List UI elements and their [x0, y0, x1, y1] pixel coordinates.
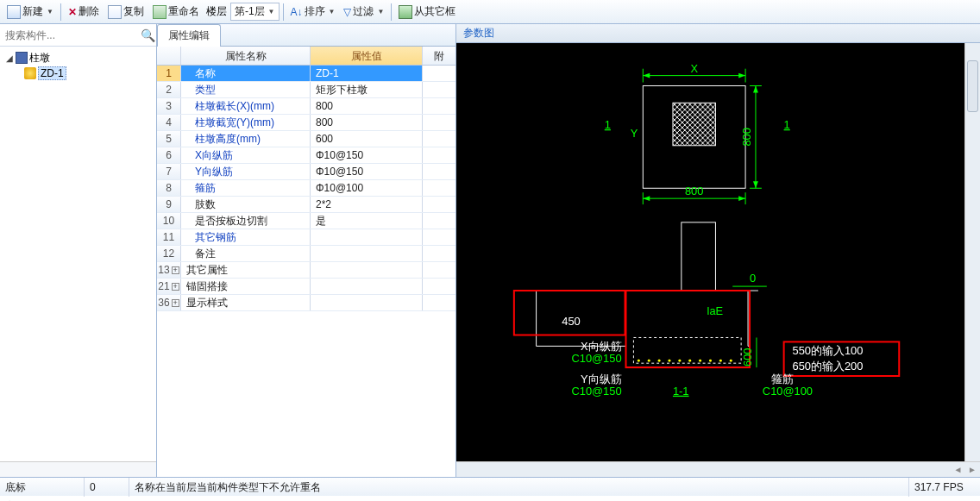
svg-text:C10@150: C10@150	[571, 385, 621, 398]
vertical-scrollbar[interactable]	[964, 43, 980, 461]
prop-name: 名称	[181, 66, 311, 81]
col-name: 属性名称	[181, 47, 311, 65]
floor-select[interactable]: 第-1层▼	[230, 3, 280, 21]
grid-body: 1名称ZD-12类型矩形下柱墩3柱墩截长(X)(mm)8004柱墩截宽(Y)(m…	[157, 66, 455, 477]
right-panel: 参数图	[456, 24, 980, 477]
new-icon	[7, 5, 21, 19]
search-icon[interactable]: 🔍	[140, 28, 156, 42]
prop-value[interactable]: Φ10@150	[311, 164, 423, 179]
svg-text:450: 450	[562, 315, 580, 328]
prop-name: 柱墩截长(X)(mm)	[181, 98, 311, 114]
rename-button[interactable]: 重命名	[149, 3, 203, 21]
property-row[interactable]: 6X向纵筋Φ10@150	[157, 147, 455, 164]
prop-value[interactable]	[311, 279, 423, 294]
scroll-left-icon: ◄	[954, 465, 963, 474]
prop-value[interactable]	[311, 262, 423, 278]
delete-button[interactable]: ✕删除	[65, 3, 103, 21]
svg-rect-28	[633, 337, 741, 363]
drawing-canvas[interactable]: X 800 Y 800 1	[456, 43, 964, 461]
prop-value[interactable]: 是	[311, 213, 423, 229]
svg-text:Y向纵筋: Y向纵筋	[581, 373, 622, 385]
tree-node-item[interactable]: ZD-1	[3, 66, 153, 81]
svg-marker-6	[738, 73, 745, 78]
svg-text:1: 1	[605, 118, 611, 131]
filter-button[interactable]: ▽过滤▼	[340, 3, 387, 21]
prop-name: 备注	[181, 246, 311, 261]
new-button[interactable]: 新建▼	[3, 3, 57, 21]
expand-icon[interactable]: +	[172, 266, 179, 274]
prop-extra	[423, 246, 455, 261]
from-other-button[interactable]: 从其它框	[395, 3, 459, 21]
prop-extra	[423, 229, 455, 245]
left-panel: 🔍 ◢ 柱墩 ZD-1	[0, 24, 157, 477]
prop-name: 肢数	[181, 197, 311, 212]
property-row[interactable]: 7Y向纵筋Φ10@150	[157, 164, 455, 180]
property-row[interactable]: 3柱墩截长(X)(mm)800	[157, 98, 455, 115]
prop-value[interactable]: Φ10@100	[311, 180, 423, 196]
property-row[interactable]: 5柱墩高度(mm)600	[157, 131, 455, 147]
prop-extra	[423, 147, 455, 163]
prop-value[interactable]: 800	[311, 115, 423, 130]
svg-marker-18	[643, 196, 650, 201]
import-icon	[399, 5, 412, 19]
cad-svg: X 800 Y 800 1	[456, 43, 964, 461]
prop-value[interactable]: 800	[311, 98, 423, 114]
property-row[interactable]: 2类型矩形下柱墩	[157, 82, 455, 98]
property-row[interactable]: 9肢数2*2	[157, 197, 455, 213]
tab-property-edit[interactable]: 属性编辑	[157, 24, 221, 47]
expand-icon[interactable]: +	[172, 283, 179, 291]
prop-value[interactable]: ZD-1	[311, 66, 423, 81]
dropdown-icon: ▼	[377, 8, 384, 16]
property-row[interactable]: 11其它钢筋	[157, 229, 455, 246]
col-value[interactable]: 属性值	[311, 47, 423, 65]
tree-node-root[interactable]: ◢ 柱墩	[3, 50, 153, 66]
category-icon	[16, 52, 28, 64]
prop-value[interactable]: 600	[311, 131, 423, 147]
floor-label: 楼层	[204, 4, 229, 19]
prop-value[interactable]: 2*2	[311, 197, 423, 212]
status-elevation: 底标高：-4.92m	[0, 478, 85, 497]
search-input[interactable]	[0, 26, 140, 45]
prop-name: 是否按板边切割	[181, 213, 311, 229]
svg-point-30	[648, 360, 650, 362]
svg-marker-12	[753, 181, 758, 188]
property-row[interactable]: 8箍筋Φ10@100	[157, 180, 455, 197]
prop-value[interactable]	[311, 295, 423, 310]
svg-rect-26	[626, 291, 751, 367]
prop-name: 显示样式	[181, 295, 311, 310]
prop-value[interactable]: Φ10@150	[311, 147, 423, 163]
copy-button[interactable]: 复制	[104, 3, 148, 21]
property-row[interactable]: 21+锚固搭接	[157, 279, 455, 295]
property-row[interactable]: 4柱墩截宽(Y)(mm)800	[157, 115, 455, 131]
expand-icon[interactable]: +	[172, 299, 179, 307]
horizontal-scrollbar[interactable]: ◄ ►	[456, 461, 980, 477]
prop-name: 其它钢筋	[181, 229, 311, 245]
scroll-thumb[interactable]	[967, 60, 978, 112]
svg-text:800: 800	[740, 128, 753, 146]
section-view: 450 laE 0 600 X向纵筋 C10@150 Y向纵筋 C10@150	[514, 222, 899, 398]
prop-name: 柱墩截宽(Y)(mm)	[181, 115, 311, 130]
row-number: 7	[157, 164, 181, 179]
prop-name: 箍筋	[181, 180, 311, 196]
property-row[interactable]: 36+显示样式	[157, 295, 455, 311]
property-row[interactable]: 10是否按板边切割是	[157, 213, 455, 229]
svg-point-38	[730, 360, 732, 362]
prop-value[interactable]	[311, 229, 423, 245]
svg-point-32	[669, 360, 671, 362]
prop-value[interactable]: 矩形下柱墩	[311, 82, 423, 97]
row-number: 9	[157, 197, 181, 212]
svg-text:C10@150: C10@150	[571, 352, 621, 365]
row-number: 3	[157, 98, 181, 114]
property-row[interactable]: 12备注	[157, 246, 455, 262]
property-row[interactable]: 13+其它属性	[157, 262, 455, 279]
left-hscroll[interactable]	[0, 461, 156, 477]
svg-text:1: 1	[784, 118, 790, 131]
property-row[interactable]: 1名称ZD-1	[157, 66, 455, 82]
sort-button[interactable]: A↓排序▼	[287, 3, 339, 21]
row-number: 8	[157, 180, 181, 196]
dropdown-icon: ▼	[329, 8, 336, 16]
prop-extra	[423, 115, 455, 130]
prop-name: X向纵筋	[181, 147, 311, 163]
prop-value[interactable]	[311, 246, 423, 261]
rename-icon	[153, 5, 166, 19]
